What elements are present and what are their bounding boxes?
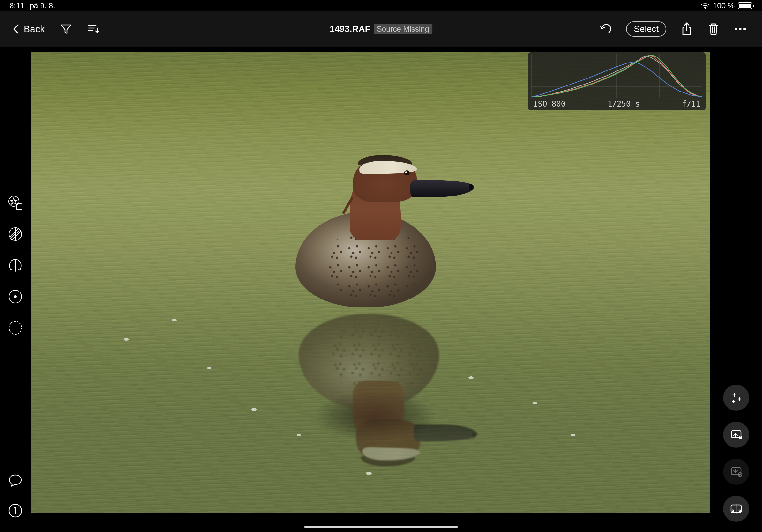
status-time: 8:11 [10, 1, 25, 10]
sort-icon [87, 24, 100, 34]
toolbar-right: Select [599, 21, 762, 37]
dashed-circle-icon [8, 320, 23, 336]
chevron-left-icon [12, 24, 19, 34]
toolbar-left: Back [0, 23, 100, 35]
preset-import-button [723, 459, 749, 485]
info-button[interactable] [7, 503, 23, 519]
back-button[interactable]: Back [12, 24, 45, 34]
histogram-panel[interactable]: ISO 800 1/250 s f/11 [528, 52, 706, 110]
svg-rect-29 [731, 468, 741, 475]
svg-point-7 [735, 28, 737, 30]
preset-import-icon [730, 466, 742, 478]
svg-marker-11 [11, 198, 17, 204]
histogram-iso: ISO 800 [533, 100, 566, 108]
histogram-chart [531, 54, 702, 98]
photo: ISO 800 1/250 s f/11 [31, 52, 710, 513]
star-square-icon [7, 195, 23, 211]
rating-button[interactable] [7, 195, 23, 211]
mask-button[interactable] [7, 320, 23, 336]
source-missing-badge: Source Missing [374, 24, 432, 34]
crop-button[interactable] [7, 257, 23, 273]
svg-rect-36 [739, 510, 740, 511]
undo-icon [599, 23, 612, 35]
toolbar: Back 1493.RAF Source Missing [0, 12, 762, 46]
compare-button[interactable] [723, 496, 749, 522]
svg-line-5 [712, 27, 713, 33]
status-battery-text: 100 % [713, 1, 734, 10]
canvas[interactable]: ISO 800 1/250 s f/11 [31, 46, 710, 532]
title-area: 1493.RAF Source Missing [330, 24, 432, 34]
export-button[interactable] [723, 422, 749, 448]
status-right: 100 % [701, 1, 752, 10]
comment-button[interactable] [7, 473, 23, 489]
svg-point-0 [705, 8, 706, 9]
file-title: 1493.RAF [330, 24, 370, 34]
delete-button[interactable] [707, 23, 720, 35]
auto-sparkle-icon [730, 391, 742, 404]
select-button[interactable]: Select [626, 21, 666, 37]
info-icon [8, 503, 23, 518]
main-area: ISO 800 1/250 s f/11 [0, 46, 762, 532]
right-sidebar [710, 46, 762, 532]
battery-icon [738, 2, 752, 9]
histogram-aperture: f/11 [682, 100, 700, 108]
histogram-shutter: 1/250 s [608, 100, 640, 108]
half-circle-icon [8, 227, 23, 242]
crop-rotate-icon [7, 257, 23, 273]
undo-button[interactable] [599, 23, 612, 35]
svg-rect-35 [732, 510, 733, 511]
duck [276, 148, 474, 317]
share-button[interactable] [680, 23, 693, 35]
trash-icon [708, 22, 719, 36]
status-left: 8:11 pá 9. 8. [10, 1, 55, 10]
home-indicator[interactable] [304, 526, 458, 528]
svg-line-6 [715, 27, 715, 33]
svg-point-18 [15, 507, 16, 508]
heal-icon [8, 289, 23, 304]
histogram-meta: ISO 800 1/250 s f/11 [531, 98, 702, 108]
status-date: pá 9. 8. [30, 1, 55, 10]
wifi-icon [701, 2, 710, 9]
back-label: Back [24, 24, 45, 34]
filter-button[interactable] [60, 23, 72, 35]
share-icon [681, 22, 692, 36]
status-bar: 8:11 pá 9. 8. 100 % [0, 0, 762, 12]
svg-point-9 [743, 28, 746, 30]
heal-button[interactable] [7, 289, 23, 304]
left-sidebar [0, 46, 31, 532]
svg-point-8 [739, 28, 741, 30]
funnel-icon [60, 23, 72, 35]
light-button[interactable] [7, 226, 23, 242]
auto-button[interactable] [723, 385, 749, 411]
compare-icon [730, 503, 742, 514]
ellipsis-icon [734, 27, 747, 31]
more-button[interactable] [734, 23, 747, 35]
select-label: Select [634, 24, 658, 34]
export-icon [730, 429, 742, 440]
svg-point-16 [9, 321, 22, 334]
sort-button[interactable] [87, 23, 100, 35]
speech-bubble-icon [8, 474, 23, 488]
left-sidebar-bottom [0, 473, 31, 519]
svg-point-15 [14, 296, 16, 298]
